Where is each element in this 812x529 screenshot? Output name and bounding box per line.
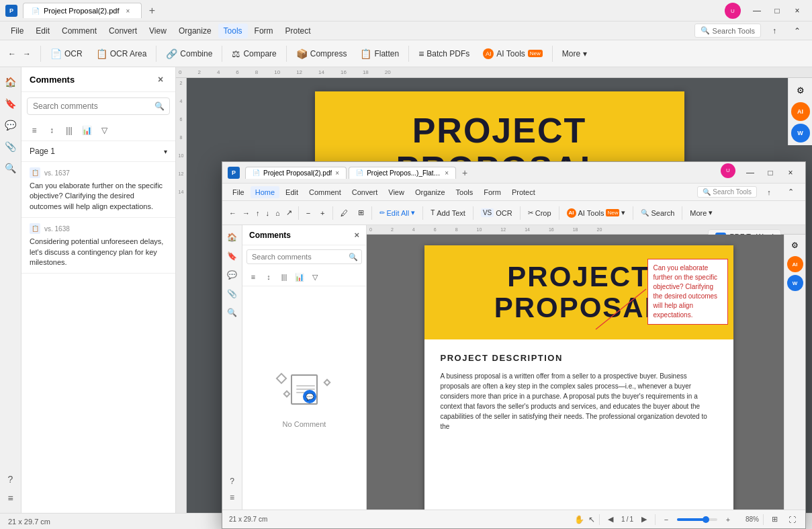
fg-sidebar-layers[interactable]: ≡ bbox=[224, 489, 240, 505]
fg-nav-home[interactable]: ⌂ bbox=[273, 208, 283, 218]
fg-menu-organize[interactable]: Organize bbox=[410, 186, 450, 198]
fg-minimize[interactable]: — bbox=[741, 163, 760, 182]
fg-nav-back[interactable]: ← bbox=[226, 208, 239, 218]
fg-filter-list[interactable]: ≡ bbox=[246, 270, 260, 284]
menu-file[interactable]: File bbox=[5, 24, 29, 38]
fg-sidebar-help[interactable]: ? bbox=[224, 473, 240, 489]
fg-menu-form[interactable]: Form bbox=[479, 186, 506, 198]
fg-nav-fwd[interactable]: → bbox=[240, 208, 253, 218]
menu-comment[interactable]: Comment bbox=[56, 24, 102, 38]
fg-menu-protect[interactable]: Protect bbox=[507, 186, 540, 198]
fg-zoom-out[interactable]: − bbox=[302, 207, 314, 219]
fg-menu-convert[interactable]: Convert bbox=[347, 186, 383, 198]
fg-search-input[interactable] bbox=[246, 249, 362, 264]
fg-sidebar-attach[interactable]: 📎 bbox=[224, 286, 240, 302]
toolbar-nav-back[interactable]: ← bbox=[5, 46, 19, 61]
compress-btn[interactable]: 📦 Compress bbox=[291, 46, 353, 62]
sidebar-bookmark-icon[interactable]: 🔖 bbox=[1, 94, 20, 113]
bg-right-tool-word[interactable]: W bbox=[791, 124, 810, 143]
menu-edit[interactable]: Edit bbox=[30, 24, 55, 38]
fg-nav-up[interactable]: ⌃ bbox=[781, 183, 800, 202]
fg-close[interactable]: × bbox=[781, 163, 800, 182]
fg-ai-tools-btn[interactable]: AI AI Tools New ▾ bbox=[563, 206, 630, 220]
fg-sidebar-comment[interactable]: 💬 bbox=[224, 267, 240, 283]
fg-add-tab[interactable]: + bbox=[458, 166, 471, 179]
fg-menu-tools[interactable]: Tools bbox=[451, 186, 478, 198]
fg-crop-btn[interactable]: ✂ Crop bbox=[524, 207, 555, 219]
sidebar-attach-icon[interactable]: 📎 bbox=[1, 137, 20, 156]
more-btn[interactable]: More ▾ bbox=[557, 46, 592, 61]
menu-organize[interactable]: Organize bbox=[173, 24, 217, 38]
fg-maximize[interactable]: □ bbox=[761, 163, 780, 182]
fg-menu-home[interactable]: Home bbox=[251, 186, 279, 198]
fg-add-text-btn[interactable]: T Add Text bbox=[426, 207, 469, 219]
fg-expand-btn[interactable]: ⊞ bbox=[354, 206, 368, 219]
fg-search-btn[interactable]: 🔍 Search bbox=[637, 207, 678, 219]
fg-tab-2[interactable]: 📄 Project Propos...)_Flatten.pdf × bbox=[349, 167, 456, 179]
bg-tab-1-close[interactable]: × bbox=[124, 6, 133, 15]
filter-sort-btn[interactable]: ↕ bbox=[44, 123, 59, 138]
fg-right-settings[interactable]: ⚙ bbox=[787, 237, 803, 253]
maximize-btn[interactable]: □ bbox=[768, 1, 786, 20]
bg-upload[interactable]: ↑ bbox=[765, 22, 784, 40]
batch-pdfs-btn[interactable]: ≡ Batch PDFs bbox=[413, 46, 475, 62]
filter-options-btn[interactable]: ▽ bbox=[97, 123, 111, 138]
compare-btn[interactable]: ⚖ Compare bbox=[226, 46, 281, 62]
fg-nav-up[interactable]: ↑ bbox=[253, 208, 263, 218]
menu-form[interactable]: Form bbox=[249, 24, 279, 38]
bg-comment-2[interactable]: 📋 vs. 1638 Considering potential unfores… bbox=[21, 218, 175, 274]
fg-sidebar-home[interactable]: 🏠 bbox=[224, 229, 240, 245]
fg-highlight-btn[interactable]: 🖊 bbox=[336, 207, 352, 219]
combine-btn[interactable]: 🔗 Combine bbox=[161, 46, 218, 62]
bg-tab-1[interactable]: 📄 Project Proposal(2).pdf × bbox=[23, 3, 142, 18]
fg-sidebar-search[interactable]: 🔍 bbox=[224, 304, 240, 321]
bg-page-label[interactable]: Page 1 ▾ bbox=[21, 141, 175, 162]
fg-zoom-out-status[interactable]: − bbox=[660, 513, 673, 526]
fg-ocr-btn[interactable]: VS OCR bbox=[477, 206, 516, 219]
fg-nav-down[interactable]: ↓ bbox=[263, 208, 273, 218]
zoom-thumb[interactable] bbox=[703, 516, 709, 523]
ai-tools-btn[interactable]: AI AI Tools New bbox=[478, 46, 547, 62]
sidebar-comment-icon[interactable]: 💬 bbox=[1, 116, 20, 134]
filter-list-btn[interactable]: ≡ bbox=[27, 123, 42, 138]
menu-view[interactable]: View bbox=[144, 24, 172, 38]
fg-expand[interactable]: ↗ bbox=[283, 207, 295, 218]
fg-edit-all-btn[interactable]: ✏ Edit All ▾ bbox=[375, 206, 420, 219]
fg-fullscreen[interactable]: ⛶ bbox=[785, 513, 799, 526]
fg-comments-close[interactable]: × bbox=[354, 230, 359, 240]
bg-right-tool-settings[interactable]: ⚙ bbox=[791, 81, 810, 99]
bg-right-tool-ai[interactable]: AI bbox=[791, 102, 810, 121]
sidebar-search-icon[interactable]: 🔍 bbox=[1, 159, 20, 177]
add-tab[interactable]: + bbox=[144, 3, 161, 19]
ocr-area-btn[interactable]: 📋 OCR Area bbox=[91, 46, 152, 62]
bg-comment-1[interactable]: 📋 vs. 1637 Can you elaborate further on … bbox=[21, 162, 175, 218]
fg-search-tools[interactable]: 🔍Search Tools bbox=[697, 186, 757, 198]
bg-search-input[interactable] bbox=[27, 97, 170, 115]
fg-right-word[interactable]: W bbox=[787, 275, 803, 291]
bg-nav[interactable]: ⌃ bbox=[788, 22, 807, 40]
fg-menu-comment[interactable]: Comment bbox=[304, 186, 346, 198]
fg-menu-edit[interactable]: Edit bbox=[281, 186, 303, 198]
fg-cursor-tool[interactable]: ↖ bbox=[588, 515, 595, 524]
fg-menu-file[interactable]: File bbox=[228, 186, 249, 198]
fg-tab-2-close[interactable]: × bbox=[445, 169, 449, 177]
menu-tools[interactable]: Tools bbox=[218, 24, 248, 38]
sidebar-help-icon[interactable]: ? bbox=[1, 470, 20, 489]
sidebar-layers-icon[interactable]: ≡ bbox=[1, 489, 20, 507]
menu-convert[interactable]: Convert bbox=[103, 24, 142, 38]
fg-menu-view[interactable]: View bbox=[384, 186, 409, 198]
fg-hand-tool[interactable]: ✋ bbox=[574, 515, 584, 524]
fg-filter-graph[interactable]: 📊 bbox=[293, 270, 306, 284]
fg-fit-page[interactable]: ⊞ bbox=[768, 513, 781, 526]
flatten-btn[interactable]: 📋 Flatten bbox=[355, 46, 404, 62]
fg-zoom-in-status[interactable]: + bbox=[721, 513, 735, 526]
minimize-btn[interactable]: — bbox=[748, 1, 766, 20]
fg-zoom-in[interactable]: + bbox=[316, 207, 328, 219]
fg-filter-options[interactable]: ▽ bbox=[308, 270, 322, 284]
bg-comments-close[interactable]: × bbox=[154, 73, 167, 86]
fg-next-page[interactable]: ▶ bbox=[637, 513, 651, 526]
toolbar-nav-fwd[interactable]: → bbox=[20, 46, 34, 61]
fg-upload[interactable]: ↑ bbox=[760, 183, 778, 202]
fg-prev-page[interactable]: ◀ bbox=[604, 513, 617, 526]
sidebar-home-icon[interactable]: 🏠 bbox=[1, 73, 20, 91]
